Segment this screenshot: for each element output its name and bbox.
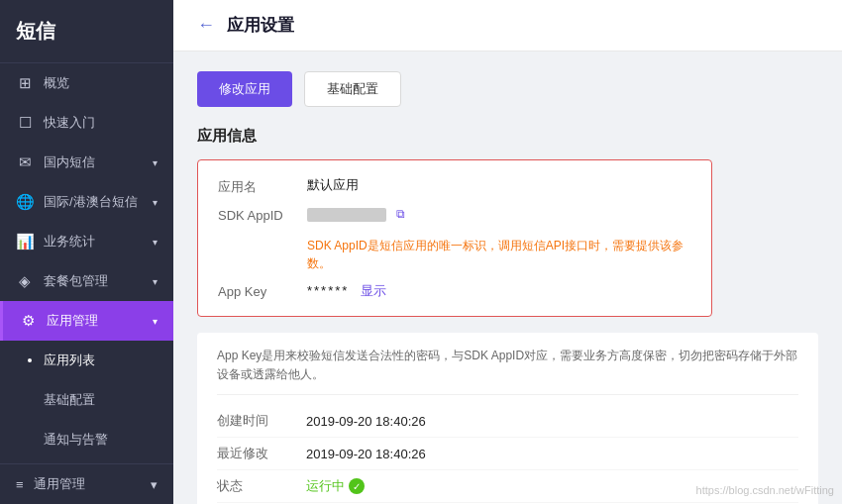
sidebar: 短信 ⊞ 概览 ☐ 快速入门 ✉ 国内短信 ▾ 🌐 国际/港澳台短信 ▾ 📊 业…: [0, 0, 173, 504]
app-name-value: 默认应用: [307, 176, 691, 194]
last-modified-value: 2019-09-20 18:40:26: [306, 447, 426, 461]
status-check-icon: ✓: [349, 478, 365, 494]
status-label: 状态: [217, 477, 306, 495]
app-key-note: App Key是用来校验短信发送合法性的密码，与SDK AppID对应，需要业务…: [217, 347, 798, 395]
sidebar-item-app-list[interactable]: 应用列表: [0, 341, 173, 380]
sidebar-item-app-manage[interactable]: ⚙ 应用管理 ▾: [0, 301, 173, 341]
sidebar-item-label: 应用列表: [44, 352, 95, 369]
show-key-button[interactable]: 显示: [361, 283, 386, 298]
app-key-row: App Key ****** 显示: [218, 282, 691, 300]
chevron-down-icon: ▾: [153, 237, 158, 248]
sdk-appid-value: ⧉: [307, 206, 691, 222]
sidebar-item-label: 通知与告警: [44, 431, 108, 449]
watermark: https://blog.csdn.net/wFitting: [696, 484, 834, 496]
page-body: 修改应用 基础配置 应用信息 应用名 默认应用 SDK AppID ⧉: [173, 51, 842, 504]
sidebar-item-quickstart[interactable]: ☐ 快速入门: [0, 103, 173, 143]
sidebar-item-label: 基础配置: [44, 391, 95, 409]
sidebar-item-label: 应用管理: [47, 312, 98, 330]
sdk-appid-label: SDK AppID: [218, 206, 307, 223]
page-header: ← 应用设置: [173, 0, 842, 51]
stats-icon: 📊: [16, 233, 34, 251]
sdk-note: SDK AppID是短信应用的唯一标识，调用短信API接口时，需要提供该参数。: [307, 237, 691, 272]
action-buttons: 修改应用 基础配置: [197, 71, 818, 107]
basic-config-button[interactable]: 基础配置: [304, 71, 401, 107]
sdk-note-spacer: [218, 233, 307, 235]
section-title: 应用信息: [197, 127, 818, 146]
status-value: 运行中 ✓: [306, 477, 365, 495]
chevron-down-icon: ▾: [153, 276, 158, 287]
app-key-masked: ******: [307, 283, 349, 298]
sidebar-item-package[interactable]: ◈ 套餐包管理 ▾: [0, 261, 173, 301]
sdk-note-row: SDK AppID是短信应用的唯一标识，调用短信API接口时，需要提供该参数。: [218, 233, 691, 272]
domestic-icon: ✉: [16, 153, 34, 171]
detail-card: App Key是用来校验短信发送合法性的密码，与SDK AppID对应，需要业务…: [197, 333, 818, 504]
app-name-row: 应用名 默认应用: [218, 176, 691, 196]
app-key-value: ****** 显示: [307, 282, 691, 300]
app-manage-icon: ⚙: [19, 312, 37, 330]
chevron-down-icon: ▾: [153, 197, 158, 208]
chevron-down-icon: ▾: [153, 157, 158, 168]
sidebar-item-notification[interactable]: 通知与告警: [0, 420, 173, 459]
back-button[interactable]: ←: [197, 15, 215, 36]
general-manage-icon: ≡: [16, 477, 24, 492]
created-time-row: 创建时间 2019-09-20 18:40:26: [217, 405, 798, 438]
sidebar-item-label: 业务统计: [44, 233, 95, 251]
last-modified-label: 最近修改: [217, 445, 306, 462]
chevron-down-icon: ▾: [153, 316, 158, 327]
created-time-value: 2019-09-20 18:40:26: [306, 414, 426, 429]
sidebar-bottom-label: 通用管理: [34, 475, 85, 493]
sdk-appid-blurred: [307, 208, 386, 222]
overview-icon: ⊞: [16, 74, 34, 92]
sidebar-item-label: 国内短信: [44, 153, 95, 171]
international-icon: 🌐: [16, 193, 34, 211]
last-modified-row: 最近修改 2019-09-20 18:40:26: [217, 438, 798, 470]
sidebar-header: 短信: [0, 0, 173, 63]
quickstart-icon: ☐: [16, 114, 34, 132]
sidebar-item-label: 国际/港澳台短信: [44, 193, 138, 211]
sidebar-menu: ⊞ 概览 ☐ 快速入门 ✉ 国内短信 ▾ 🌐 国际/港澳台短信 ▾ 📊 业务统计…: [0, 63, 173, 463]
edit-app-button[interactable]: 修改应用: [197, 71, 292, 107]
app-info-card: 应用名 默认应用 SDK AppID ⧉ SDK AppID是短信应用的唯一标识…: [197, 159, 712, 317]
sidebar-item-label: 套餐包管理: [44, 272, 108, 290]
package-icon: ◈: [16, 272, 34, 290]
sidebar-item-stats[interactable]: 📊 业务统计 ▾: [0, 222, 173, 261]
sidebar-item-basic-config[interactable]: 基础配置: [0, 380, 173, 420]
app-key-label: App Key: [218, 282, 307, 299]
sidebar-item-international[interactable]: 🌐 国际/港澳台短信 ▾: [0, 182, 173, 222]
sdk-appid-row: SDK AppID ⧉: [218, 206, 691, 223]
sidebar-item-label: 概览: [44, 74, 69, 92]
sidebar-item-domestic[interactable]: ✉ 国内短信 ▾: [0, 143, 173, 182]
copy-icon[interactable]: ⧉: [396, 207, 405, 221]
main-content: ← 应用设置 修改应用 基础配置 应用信息 应用名 默认应用 SDK AppID: [173, 0, 842, 504]
sidebar-item-general-manage[interactable]: ≡ 通用管理 ▾: [0, 463, 173, 504]
sidebar-item-overview[interactable]: ⊞ 概览: [0, 63, 173, 103]
chevron-down-icon: ▾: [151, 477, 158, 492]
created-time-label: 创建时间: [217, 412, 306, 430]
sidebar-item-label: 快速入门: [44, 114, 95, 132]
app-name-label: 应用名: [218, 176, 307, 196]
page-title: 应用设置: [227, 14, 294, 37]
status-text: 运行中: [306, 477, 345, 495]
